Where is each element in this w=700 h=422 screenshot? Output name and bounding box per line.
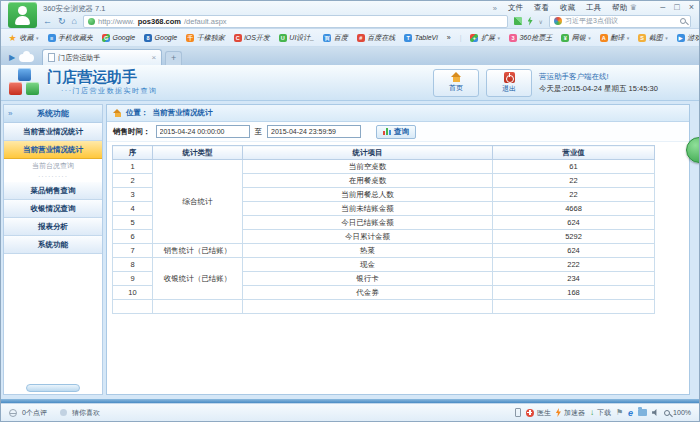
cell-no: 5 xyxy=(113,216,153,230)
bookmark-label: Google xyxy=(113,34,136,41)
search-icon[interactable] xyxy=(680,18,686,24)
toolbar-extension-item[interactable]: ▶ 游戏 ▾ xyxy=(677,33,699,43)
close-button[interactable]: × xyxy=(689,2,694,12)
menu-tools[interactable]: 工具 xyxy=(586,3,601,13)
toolbar-label: 网银 xyxy=(572,33,586,43)
reviews-count[interactable]: 0个点评 xyxy=(22,408,47,418)
time-filter-label: 销售时间： xyxy=(113,127,151,137)
minimize-button[interactable]: – xyxy=(660,2,665,12)
time-to-input[interactable] xyxy=(267,125,361,138)
logo-cube-red xyxy=(9,82,22,95)
app-exit-button[interactable]: 退出 xyxy=(486,69,532,97)
bookmarks-overflow-icon[interactable]: » xyxy=(447,34,451,41)
menu-file[interactable]: 文件 xyxy=(508,3,523,13)
doctor-label: 医生 xyxy=(537,408,551,418)
games-icon: ▶ xyxy=(677,34,685,42)
sidebar-item-business-stats-selected[interactable]: 当前营业情况统计 xyxy=(4,141,102,159)
cell-no: 8 xyxy=(113,258,153,272)
bookmark-item[interactable]: # 百度在线 xyxy=(357,33,396,43)
bookmark-item[interactable]: 8 Google xyxy=(144,34,177,42)
bookmark-item[interactable]: G Google xyxy=(102,34,135,42)
query-button-label: 查询 xyxy=(394,127,409,137)
sidebar-item-cashier[interactable]: 收银情况查询 xyxy=(4,200,102,218)
doctor-button[interactable]: 医生 xyxy=(526,408,551,418)
navigation-row: ← ↻ ⌂ http://www.pos368.com/default.aspx… xyxy=(43,14,691,28)
speed-icon[interactable] xyxy=(528,17,533,26)
address-bar[interactable]: http://www.pos368.com/default.aspx xyxy=(83,15,508,28)
restore-tabs-icon[interactable]: ▶ xyxy=(9,53,15,62)
toolbar-extension-item[interactable]: S 截图 ▾ xyxy=(638,33,668,43)
col-index: 序 xyxy=(113,146,153,160)
chevron-down-icon[interactable]: ∨ xyxy=(539,18,543,25)
menu-favorites[interactable]: 收藏 xyxy=(560,3,575,13)
time-from-input[interactable] xyxy=(156,125,250,138)
bookmark-label: 收藏 xyxy=(20,33,34,43)
cell-empty xyxy=(153,300,243,314)
app-home-button[interactable]: 首页 xyxy=(433,69,479,97)
menu-help[interactable]: 帮助 xyxy=(612,3,627,13)
logo-cube-blue xyxy=(18,68,31,81)
ie-mode-icon[interactable]: e xyxy=(628,408,633,418)
query-button[interactable]: 查询 xyxy=(376,125,416,139)
toolbar-extension-item[interactable]: ¥ 网银 ▾ xyxy=(561,33,591,43)
ui-design-icon: U xyxy=(279,34,287,42)
cell-value: 61 xyxy=(493,160,655,174)
zoom-control[interactable]: 100% xyxy=(664,409,691,416)
new-tab-button[interactable]: + xyxy=(165,51,182,65)
folder-icon[interactable] xyxy=(638,409,647,416)
bookmark-item[interactable]: 千 千橡独家 xyxy=(186,33,225,43)
bookmark-item[interactable]: 百 百度 xyxy=(323,33,348,43)
cell-value: 4668 xyxy=(493,202,655,216)
menu-bar: » 文件 查看 收藏 工具 帮助 xyxy=(493,3,627,13)
bookmark-item[interactable]: U UI设计_ xyxy=(279,33,314,43)
menu-view[interactable]: 查看 xyxy=(534,3,549,13)
sidebar-footer-pill[interactable] xyxy=(26,384,80,392)
cell-no: 1 xyxy=(113,160,153,174)
bookmark-label: Google xyxy=(155,34,178,41)
flag-icon[interactable]: ⚑ xyxy=(616,408,623,417)
bookmark-item[interactable]: ≡ 手机收藏夹 xyxy=(48,33,94,43)
bookmark-item[interactable]: T TableVi xyxy=(404,34,437,42)
sidebar-header[interactable]: » 系统功能 xyxy=(4,105,102,123)
search-box[interactable]: 习近平提3点倡议 xyxy=(549,15,691,28)
sidebar-item-system[interactable]: 系统功能 xyxy=(4,236,102,254)
user-avatar[interactable] xyxy=(8,2,37,28)
toolbar-label: 截图 xyxy=(649,33,663,43)
sidebar-item-dish-sales[interactable]: 菜品销售查询 xyxy=(4,182,102,200)
extensions-icon[interactable] xyxy=(514,17,522,25)
phone-mode-button[interactable] xyxy=(515,408,521,417)
status-bar: 0个点评 猜你喜欢 医生 加速器 ↓ 下载 ⚑ e 100% xyxy=(1,399,699,421)
tab-bar: ▶ 门店营运助手 × + xyxy=(1,47,699,65)
home-button[interactable]: ⌂ xyxy=(72,15,77,27)
bookmark-favorites[interactable]: ★ 收藏 ▾ xyxy=(8,33,39,43)
tab-close-icon[interactable]: × xyxy=(151,53,156,62)
guess-you-like[interactable]: 猜你喜欢 xyxy=(72,408,100,418)
bookmark-item[interactable]: C iOS开发 xyxy=(234,33,270,43)
cell-empty xyxy=(243,300,493,314)
bookmark-label: 百度在线 xyxy=(367,33,395,43)
toolbar-label: 扩展 xyxy=(481,33,495,43)
restore-button[interactable]: □ xyxy=(674,2,679,12)
table-row: 7 销售统计（已结账） 热菜 624 xyxy=(113,244,655,258)
menu-overflow-icon[interactable]: » xyxy=(493,4,497,13)
toolbar-extension-item[interactable]: A 翻译 ▾ xyxy=(600,33,630,43)
cell-item: 热菜 xyxy=(243,244,493,258)
vip-icon[interactable]: ♛ xyxy=(630,3,637,12)
toolbar-extension-item[interactable]: 3 360抢票王 xyxy=(509,33,552,43)
download-label: 下载 xyxy=(597,408,611,418)
sidebar-item-reports[interactable]: 报表分析 xyxy=(4,218,102,236)
cell-no: 9 xyxy=(113,272,153,286)
refresh-button[interactable]: ↻ xyxy=(58,15,66,27)
sidebar-item-business-stats-group[interactable]: 当前营业情况统计 xyxy=(4,123,102,141)
cloud-sync-icon[interactable] xyxy=(19,54,34,62)
cell-no: 6 xyxy=(113,230,153,244)
back-button[interactable]: ← xyxy=(43,15,52,27)
toolbar-extension-item[interactable]: + 扩展 ▾ xyxy=(470,33,500,43)
collapse-icon[interactable]: » xyxy=(8,109,12,118)
chevron-down-icon: ▾ xyxy=(627,35,630,41)
download-button[interactable]: ↓ 下载 xyxy=(590,408,611,418)
sidebar-item-table-status[interactable]: 当前台况查询 xyxy=(4,159,102,173)
tab-active[interactable]: 门店营运助手 × xyxy=(42,49,162,65)
speaker-icon[interactable] xyxy=(652,409,659,416)
accelerator-button[interactable]: 加速器 xyxy=(556,408,585,418)
